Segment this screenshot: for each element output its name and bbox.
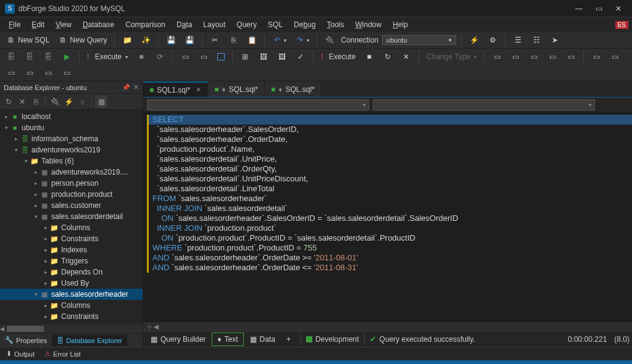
- tb2-btn-d[interactable]: ⊞: [238, 51, 252, 63]
- tab-properties[interactable]: 🔧Properties: [0, 334, 52, 346]
- copy-button[interactable]: ⎘: [226, 34, 241, 46]
- tree-tbl-orderheader[interactable]: ▾▦sales.salesorderheader: [0, 289, 143, 300]
- tree-info-schema[interactable]: ▸🗄information_schema: [0, 133, 143, 144]
- menu-comparison[interactable]: Comparison: [120, 19, 170, 30]
- tb2-i[interactable]: ▭: [526, 51, 541, 63]
- menu-query[interactable]: Query: [231, 19, 262, 30]
- editor-scrollbar[interactable]: ⊹ ◀: [143, 322, 632, 331]
- save-button[interactable]: 💾: [164, 34, 178, 46]
- tab-db-explorer[interactable]: 🗄Database Explorer: [52, 335, 127, 346]
- filter3-button[interactable]: ⎀: [76, 96, 88, 108]
- refresh2-button[interactable]: ↻: [380, 51, 395, 63]
- menu-edit[interactable]: Edit: [27, 19, 49, 30]
- tb2-h[interactable]: ▭: [508, 51, 523, 63]
- explorer-close-icon[interactable]: ✕: [133, 83, 139, 91]
- tree-tbl-orderdetail[interactable]: ▾▦sales.salesorderdetail: [0, 211, 143, 222]
- tree-columns-1[interactable]: ▸📁Columns: [0, 222, 143, 233]
- db-button-2[interactable]: 🗄: [22, 51, 37, 63]
- output-tab[interactable]: ⬇Output: [4, 349, 37, 359]
- settings-button[interactable]: ⚙: [485, 34, 500, 46]
- tree-tables[interactable]: ▾📁Tables (6): [0, 155, 143, 167]
- schema-dropdown[interactable]: ▾: [147, 99, 369, 110]
- tb2-btn-f[interactable]: 🖼: [275, 51, 289, 63]
- tree-constraints-2[interactable]: ▸📁Constraints: [0, 311, 143, 322]
- connection-dropdown[interactable]: ubuntu▾: [382, 35, 456, 45]
- connection-wizard-button[interactable]: 🔌: [322, 34, 337, 46]
- db-button-3[interactable]: 🗄: [41, 51, 56, 63]
- tab-query-builder[interactable]: ▦Query Builder: [146, 333, 210, 345]
- tb-btn-c[interactable]: ➤: [547, 34, 562, 46]
- menu-debug[interactable]: Debug: [289, 19, 320, 30]
- tb2-k[interactable]: ▭: [563, 51, 578, 63]
- explorer-scrollbar[interactable]: ◀: [0, 325, 143, 333]
- editor-tab-3[interactable]: ■ ♦ SQL.sql*: [265, 81, 322, 97]
- tab-data[interactable]: ▦Data: [245, 333, 280, 345]
- menu-view[interactable]: View: [51, 19, 77, 30]
- tree-localhost[interactable]: ▸■localhost: [0, 111, 143, 122]
- tab-close-icon[interactable]: ✕: [196, 86, 201, 94]
- tb2-g[interactable]: ▭: [489, 51, 504, 63]
- tb2-btn-a[interactable]: ▭: [178, 51, 193, 63]
- spell-button[interactable]: ✓: [293, 51, 308, 63]
- redo-button[interactable]: ↷▾: [293, 34, 312, 46]
- stop-button[interactable]: ■: [134, 51, 149, 63]
- tb-btn-b[interactable]: ☷: [529, 34, 544, 46]
- tree-triggers[interactable]: ▸📁Triggers: [0, 255, 143, 267]
- db-button-1[interactable]: 🗄: [4, 51, 19, 63]
- tree-constraints-1[interactable]: ▸📁Constraints: [0, 233, 143, 244]
- sql-code-editor[interactable]: SELECT `sales.salesorderheader`.SalesOrd…: [143, 112, 632, 322]
- tb2-p[interactable]: ▭: [41, 67, 56, 79]
- tb2-j[interactable]: ▭: [545, 51, 560, 63]
- undo-button[interactable]: ↶▾: [270, 34, 289, 46]
- copy-tree-button[interactable]: ⎘: [30, 96, 42, 108]
- tb2-l[interactable]: ▭: [589, 51, 604, 63]
- menu-file[interactable]: File: [4, 19, 25, 30]
- tb2-btn-e[interactable]: 🖼: [256, 51, 271, 63]
- language-badge[interactable]: ES: [615, 21, 628, 29]
- tb2-btn-c[interactable]: [215, 52, 227, 62]
- saveall-button[interactable]: 💾: [182, 34, 197, 46]
- filter4-button[interactable]: ▦: [95, 96, 107, 108]
- tree-depends[interactable]: ▸📁Depends On: [0, 267, 143, 278]
- tb2-n[interactable]: ▭: [4, 67, 19, 79]
- editor-tab-1[interactable]: ■ SQL1.sql* ✕: [143, 81, 208, 97]
- tree-tbl-product[interactable]: ▸▦production.product: [0, 189, 143, 200]
- tree-tbl-customer[interactable]: ▸▦sales.customer: [0, 200, 143, 211]
- execute2-button[interactable]: ! Execute: [318, 51, 358, 62]
- cut-button[interactable]: ✂: [207, 34, 222, 46]
- tree-indexes[interactable]: ▸📁Indexes: [0, 244, 143, 255]
- disconnect-button[interactable]: ⚡: [467, 34, 481, 46]
- tab-text[interactable]: ♦Text: [212, 333, 243, 346]
- tree-adventureworks[interactable]: ▾🗄adventureworks2019: [0, 144, 143, 155]
- change-type-button[interactable]: Change Type▾: [424, 51, 479, 62]
- menu-database[interactable]: Database: [78, 19, 119, 30]
- new-sql-button[interactable]: 🗎New SQL: [4, 34, 52, 46]
- tb2-o[interactable]: ▭: [22, 67, 37, 79]
- tb2-m[interactable]: ▭: [607, 51, 622, 63]
- close-button[interactable]: ✕: [610, 2, 627, 15]
- menu-layout[interactable]: Layout: [198, 19, 230, 30]
- object-dropdown[interactable]: ▾: [373, 99, 595, 110]
- pin-icon[interactable]: 📌: [122, 84, 130, 91]
- error-list-tab[interactable]: ⚠Error List: [42, 349, 83, 359]
- tree-tbl-person[interactable]: ▸▦person.person: [0, 178, 143, 189]
- menu-sql[interactable]: SQL: [263, 19, 288, 30]
- filter1-button[interactable]: 🔌: [49, 96, 61, 108]
- editor-tab-2[interactable]: ■ ♦ SQL.sql*: [208, 81, 265, 97]
- refresh-button[interactable]: ⟳: [152, 51, 167, 63]
- filter2-button[interactable]: ⚡: [62, 96, 75, 108]
- menu-window[interactable]: Window: [350, 19, 386, 30]
- new-query-button[interactable]: 🗎New Query: [56, 34, 109, 46]
- tb2-q[interactable]: ▭: [59, 67, 74, 79]
- menu-data[interactable]: Data: [172, 19, 197, 30]
- run-button[interactable]: ▶: [59, 51, 74, 63]
- folder-button[interactable]: 📁: [120, 34, 135, 46]
- menu-help[interactable]: Help: [388, 19, 413, 30]
- tb-btn-a[interactable]: ☰: [510, 34, 525, 46]
- add-tab-button[interactable]: +: [281, 333, 296, 345]
- minimize-button[interactable]: —: [570, 2, 588, 15]
- tool-button-1[interactable]: ✨: [138, 34, 153, 46]
- delete-button[interactable]: ✕: [16, 96, 28, 108]
- tb2-btn-b[interactable]: ▭: [196, 51, 211, 63]
- stop2-button[interactable]: ■: [362, 51, 376, 63]
